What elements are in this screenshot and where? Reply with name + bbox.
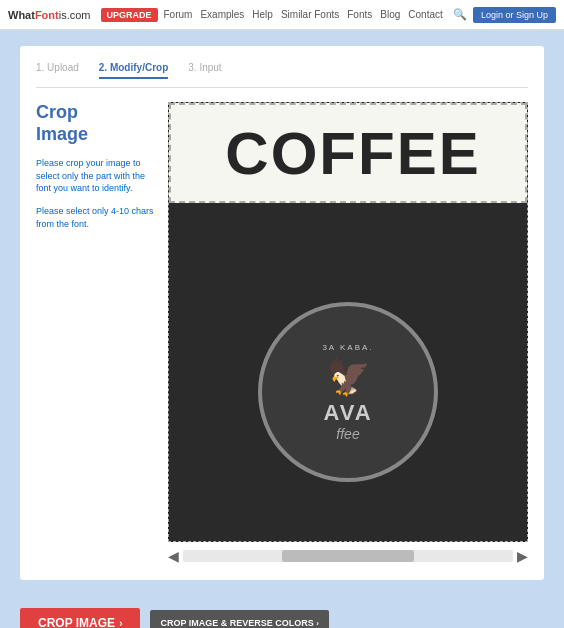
logo: What Font is.com [8, 6, 91, 24]
scroll-right-arrow[interactable]: ▶ [517, 548, 528, 564]
dark-area: 3A KABA. 🦅 AVA ffee [169, 203, 527, 541]
content-card: 1. Upload 2. Modify/Crop 3. Input Crop I… [20, 46, 544, 580]
logo-is: is.com [59, 9, 91, 21]
steps-bar: 1. Upload 2. Modify/Crop 3. Input [36, 62, 528, 88]
nav-right: 🔍 Login or Sign Up [453, 7, 556, 23]
nav-forum[interactable]: Forum [164, 9, 193, 20]
circle-text-ava: AVA [323, 400, 372, 426]
circle-logo: 3A KABA. 🦅 AVA ffee [258, 302, 438, 482]
sidebar-desc: Please crop your image to select only th… [36, 157, 156, 195]
circle-text-fee: ffee [336, 426, 359, 442]
scroll-track[interactable] [183, 550, 513, 562]
navbar: What Font is.com UPGRADE Forum Examples … [0, 0, 564, 30]
crop-reverse-button[interactable]: CROP IMAGE & REVERSE COLORS › [150, 610, 329, 628]
step-input[interactable]: 3. Input [188, 62, 221, 79]
login-button[interactable]: Login or Sign Up [473, 7, 556, 23]
crop-image-arrow-icon: › [119, 618, 122, 629]
crop-image-label: CROP IMAGE [38, 616, 115, 628]
logo-what: What [8, 9, 35, 21]
crop-image-wrapper[interactable]: COFFEE 3A KABA. 🦅 AVA ffee [168, 102, 528, 542]
sidebar: Crop Image Please crop your image to sel… [36, 102, 156, 564]
scrollbar-strip: ◀ ▶ [168, 548, 528, 564]
crop-image-button[interactable]: CROP IMAGE › [20, 608, 140, 628]
scroll-left-arrow[interactable]: ◀ [168, 548, 179, 564]
nav-fonts[interactable]: Fonts [347, 9, 372, 20]
page-content: 1. Upload 2. Modify/Crop 3. Input Crop I… [0, 30, 564, 596]
image-container: COFFEE 3A KABA. 🦅 AVA ffee [168, 102, 528, 564]
circle-text-top: 3A KABA. [322, 343, 373, 352]
search-icon[interactable]: 🔍 [453, 8, 467, 21]
nav-blog[interactable]: Blog [380, 9, 400, 20]
step-modify[interactable]: 2. Modify/Crop [99, 62, 168, 79]
reverse-label: CROP IMAGE & REVERSE COLORS [160, 618, 313, 628]
sidebar-note: Please select only 4-10 chars from the f… [36, 205, 156, 230]
body-layout: Crop Image Please crop your image to sel… [36, 102, 528, 564]
reverse-arrow-icon: › [316, 619, 319, 628]
nav-links: Forum Examples Help Similar Fonts Fonts … [164, 9, 447, 20]
nav-similar-fonts[interactable]: Similar Fonts [281, 9, 339, 20]
step-upload[interactable]: 1. Upload [36, 62, 79, 79]
logo-font: Font [35, 9, 59, 21]
circle-bird-icon: 🦅 [326, 356, 371, 398]
nav-examples[interactable]: Examples [200, 9, 244, 20]
nav-contact[interactable]: Contact [408, 9, 442, 20]
footer-strip: CROP IMAGE › CROP IMAGE & REVERSE COLORS… [0, 596, 564, 628]
scroll-thumb [282, 550, 414, 562]
sidebar-title: Crop Image [36, 102, 156, 145]
nav-help[interactable]: Help [252, 9, 273, 20]
upgrade-button[interactable]: UPGRADE [101, 8, 158, 22]
crop-selection [169, 103, 527, 203]
